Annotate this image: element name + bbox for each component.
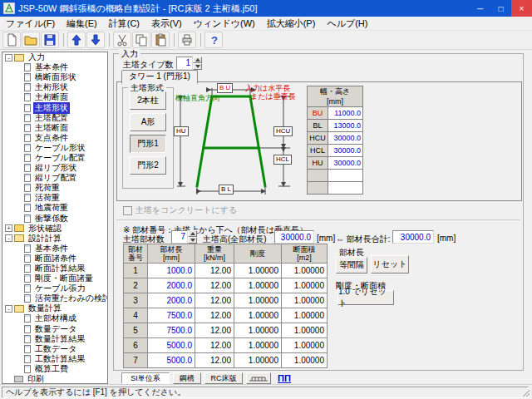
member-stiffness-cell[interactable]: 1.00000 (234, 353, 282, 368)
member-table: 部材番号 部材長[mm] 重量[kN/m] 剛度 断面積[m2] 1 1000.… (123, 244, 328, 368)
member-weight-cell[interactable]: 12.00 (195, 264, 234, 278)
concrete-checkbox[interactable]: 主塔をコンクリートにする (123, 204, 237, 216)
spin-down-icon[interactable] (193, 63, 202, 70)
copy-button[interactable] (132, 32, 150, 48)
tower-shape-icon[interactable]: ΠΠ (274, 372, 294, 384)
open-folder-button[interactable] (22, 32, 40, 48)
tower-type-count-value[interactable]: 1 (176, 57, 193, 70)
dims-row (307, 170, 363, 182)
member-area-cell[interactable]: 1.00000 (282, 293, 328, 308)
member-weight-cell[interactable]: 12.00 (195, 278, 234, 293)
tree-node-icon (24, 325, 31, 333)
member-length-cell[interactable]: 5000.0 (148, 338, 195, 353)
member-stiffness-cell[interactable]: 1.00000 (234, 264, 282, 278)
member-stiffness-cell[interactable]: 1.00000 (234, 293, 282, 308)
close-button[interactable]: × (511, 0, 532, 17)
dims-row-value[interactable] (328, 170, 363, 182)
equal-spacing-button[interactable]: 等間隔 (336, 257, 367, 273)
member-area-cell[interactable]: 1.00000 (282, 278, 328, 293)
dims-row: HCU 30000.0 (307, 132, 363, 145)
move-up-button[interactable] (67, 32, 86, 48)
dims-row-label: HU (307, 157, 328, 170)
status-message: ヘルプを表示するには [F1] を押してください。 (2, 387, 529, 398)
member-stiffness-cell[interactable]: 1.00000 (234, 308, 282, 323)
menu-item[interactable]: 拡大縮小(P) (261, 17, 322, 30)
member-length-cell[interactable]: 1000.0 (148, 264, 195, 278)
member-stiffness-cell[interactable]: 1.00000 (234, 278, 282, 293)
paste-button[interactable] (151, 32, 170, 48)
save-button[interactable] (41, 32, 59, 48)
tower-form-option-button[interactable]: A形 (130, 113, 166, 131)
tower-drawing: 橋軸直角方向 入力は水平長 または垂直長 B U B L HU HCU HCL (174, 83, 302, 196)
menu-item[interactable]: 表示(V) (145, 17, 188, 30)
tower-form-option-button[interactable]: 門形1 (130, 135, 166, 153)
context-help-button[interactable]: ? (204, 32, 223, 48)
member-area-cell[interactable]: 1.00000 (282, 338, 328, 353)
menu-item[interactable]: ウィンドウ(W) (188, 17, 261, 30)
tree-expander-icon[interactable]: - (5, 234, 12, 242)
member-count-value[interactable]: 7 (171, 230, 188, 244)
member-length-cell[interactable]: 7500.0 (148, 308, 195, 323)
deck-type-button[interactable]: RC床版 (204, 372, 243, 384)
dims-row: BU 11000.0 (307, 107, 363, 120)
member-length-cell[interactable]: 5000.0 (148, 353, 195, 368)
unit-system-button[interactable]: SI単位系 (121, 372, 170, 384)
member-length-cell[interactable]: 7500.0 (148, 323, 195, 338)
menu-item[interactable]: 編集(E) (61, 17, 103, 30)
member-table-row: 4 7500.0 12.00 1.00000 1.00000 (124, 308, 328, 323)
menu-item[interactable]: 計算(C) (103, 17, 145, 30)
print-button[interactable] (178, 32, 196, 48)
maximize-button[interactable]: □ (490, 0, 511, 17)
new-document-button[interactable] (2, 32, 21, 48)
dims-row-value[interactable]: 30000.0 (328, 132, 363, 145)
member-stiffness-cell[interactable]: 1.00000 (234, 323, 282, 338)
member-length-cell[interactable]: 2000.0 (148, 278, 195, 293)
member-weight-cell[interactable]: 12.00 (195, 353, 234, 368)
member-table-header-row: 部材番号 部材長[mm] 重量[kN/m] 剛度 断面積[m2] (124, 244, 328, 264)
spin-down-icon[interactable] (188, 237, 197, 244)
spin-up-icon[interactable] (188, 230, 197, 237)
member-stiffness-cell[interactable]: 1.00000 (234, 338, 282, 353)
length-reset-button[interactable]: リセット (371, 255, 409, 273)
tower-form-option-button[interactable]: 2本柱 (130, 91, 166, 110)
tower-type-count-spinner[interactable]: 1 (176, 57, 202, 70)
dims-row-value[interactable]: 30000.0 (328, 157, 363, 170)
stiffness-reset-button[interactable]: 1.0 でリセット (337, 290, 394, 305)
member-weight-cell[interactable]: 12.00 (195, 308, 234, 323)
menu-item[interactable]: ヘルプ(H) (321, 17, 373, 30)
bridge-type-button[interactable]: 鋼橋 (173, 372, 201, 384)
member-weight-cell[interactable]: 12.00 (195, 323, 234, 338)
minimize-button[interactable]: ─ (470, 0, 490, 17)
spin-up-icon[interactable] (193, 57, 202, 63)
dims-row-value[interactable]: 11000.0 (328, 107, 363, 120)
bridge-section-icon[interactable] (246, 372, 271, 384)
member-area-cell[interactable]: 1.00000 (282, 264, 328, 278)
dims-row-value[interactable]: 13000.0 (328, 120, 363, 132)
dims-row-value[interactable] (328, 182, 363, 195)
move-down-button[interactable] (86, 32, 105, 48)
tree-expander-icon[interactable]: + (5, 224, 12, 232)
member-length-cell[interactable]: 2000.0 (148, 293, 195, 308)
tree-item[interactable]: 印刷 (2, 374, 107, 384)
member-count-spinner[interactable]: 7 (171, 230, 197, 244)
tree-expander-icon[interactable]: - (5, 54, 12, 62)
menu-item[interactable]: ファイル(F) (0, 17, 61, 30)
member-weight-cell[interactable]: 12.00 (195, 338, 234, 353)
checkbox-icon[interactable] (123, 206, 132, 215)
dims-row-value[interactable]: 30000.0 (328, 145, 363, 157)
member-no-cell: 6 (124, 338, 148, 353)
tree-item[interactable]: 概算工費 (2, 364, 107, 374)
member-area-cell[interactable]: 1.00000 (282, 353, 328, 368)
member-area-cell[interactable]: 1.00000 (282, 308, 328, 323)
tower-height-unit: [mm] (317, 234, 335, 243)
member-weight-cell[interactable]: 12.00 (195, 293, 234, 308)
tower-height-field[interactable]: 30000.0 (274, 230, 314, 244)
cut-button[interactable] (113, 32, 131, 48)
tree-node-icon (24, 254, 31, 263)
resize-grip-icon[interactable] (521, 388, 530, 397)
tree-node-icon (24, 93, 31, 101)
tower-form-option-button[interactable]: 門形2 (130, 156, 166, 175)
tab-tower-1[interactable]: タワー 1 (門形1) (121, 70, 198, 84)
member-area-cell[interactable]: 1.00000 (282, 323, 328, 338)
tree-expander-icon[interactable]: - (5, 305, 12, 313)
